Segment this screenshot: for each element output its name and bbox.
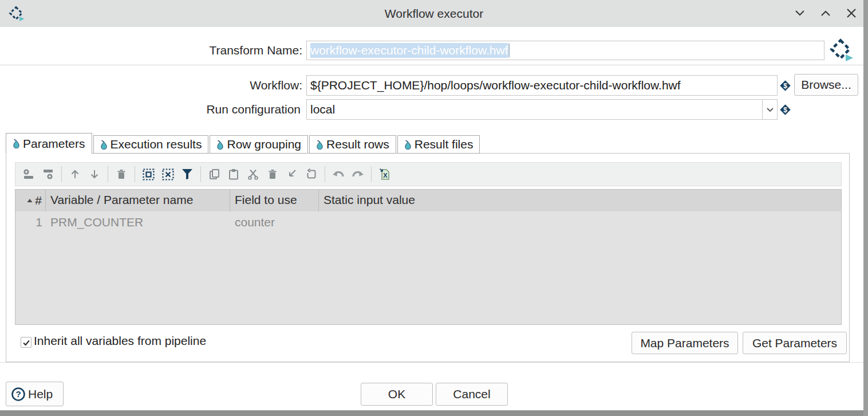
table-row[interactable]: 1 PRM_COUNTER counter: [15, 211, 841, 233]
help-icon: ?: [11, 387, 26, 402]
clear-rows-icon[interactable]: [113, 165, 130, 183]
redo-icon[interactable]: [349, 165, 366, 183]
variable-dollar-icon: $: [779, 80, 791, 94]
workflow-executor-transform-icon: [827, 36, 854, 65]
sort-ascending-icon: [27, 198, 33, 203]
get-parameters-button[interactable]: Get Parameters: [743, 332, 847, 354]
column-header-static-input-value[interactable]: Static input value: [319, 190, 841, 211]
transform-name-label: Transform Name:: [0, 41, 302, 60]
toolbar-separator: [108, 166, 108, 182]
cancel-button[interactable]: Cancel: [436, 383, 508, 406]
hop-drop-icon: [100, 140, 108, 150]
close-button[interactable]: [844, 6, 859, 21]
svg-text:$: $: [783, 82, 787, 90]
insert-row-after-icon[interactable]: [40, 165, 57, 183]
inherit-variables-label[interactable]: Inherit all variables from pipeline: [34, 334, 235, 348]
transform-name-value: workflow-executor-child-workflow.hwf: [310, 43, 508, 58]
hop-drop-icon: [216, 140, 224, 150]
tab-result-files[interactable]: Result files: [397, 135, 480, 154]
toolbar-separator: [135, 166, 135, 182]
help-label: Help: [28, 387, 53, 401]
tab-execution-results[interactable]: Execution results: [93, 135, 209, 154]
table-header: # Variable / Parameter name Field to use…: [15, 190, 841, 211]
undo-icon[interactable]: [330, 165, 347, 183]
tab-label: Parameters: [23, 137, 85, 151]
map-parameters-button[interactable]: Map Parameters: [632, 332, 738, 354]
browse-button[interactable]: Browse...: [794, 74, 858, 96]
parameters-table: # Variable / Parameter name Field to use…: [15, 189, 842, 325]
move-rows-up-icon[interactable]: [66, 165, 84, 183]
run-configuration-dropdown-button[interactable]: [762, 100, 777, 119]
svg-text:?: ?: [15, 389, 21, 399]
workflow-label: Workflow:: [0, 75, 302, 96]
delete-rows-icon[interactable]: [264, 165, 281, 183]
titlebar: Workflow executor: [0, 0, 868, 27]
table-toolbar: X: [15, 162, 842, 186]
check-icon: [22, 339, 30, 347]
filtered-selection-icon[interactable]: [179, 165, 196, 183]
cell-static-input-value[interactable]: [319, 211, 841, 233]
text-caret: [508, 44, 510, 57]
cell-row-number: 1: [15, 211, 46, 233]
run-configuration-combo[interactable]: local: [306, 99, 778, 120]
ok-button[interactable]: OK: [361, 383, 433, 406]
run-configuration-value: local: [310, 103, 335, 116]
column-header-field-to-use[interactable]: Field to use: [230, 190, 319, 211]
tab-label: Row grouping: [227, 138, 301, 151]
tab-result-rows[interactable]: Result rows: [309, 135, 396, 154]
workflow-executor-dialog: Workflow executor Transform Name: workfl…: [0, 0, 868, 416]
export-excel-icon[interactable]: X: [376, 165, 393, 183]
parameters-tab-panel: X # Variable / Parameter name Field to u…: [6, 153, 850, 362]
transform-name-input[interactable]: workflow-executor-child-workflow.hwf: [306, 41, 824, 60]
tab-row-grouping[interactable]: Row grouping: [210, 135, 308, 154]
select-all-rows-icon[interactable]: [140, 165, 157, 183]
toolbar-separator: [371, 166, 372, 182]
tab-label: Result files: [415, 138, 474, 151]
toolbar-separator: [200, 166, 201, 182]
hop-drop-icon: [316, 140, 323, 150]
tab-label: Execution results: [111, 138, 202, 151]
run-configuration-label: Run configuration: [0, 99, 301, 120]
window-bottom-edge: [0, 410, 868, 416]
variable-dollar-icon: $: [779, 104, 791, 118]
column-header-variable-name[interactable]: Variable / Parameter name: [46, 190, 230, 211]
toolbar-separator: [325, 166, 325, 182]
paste-rows-icon[interactable]: [225, 165, 242, 183]
clear-selection-icon[interactable]: [159, 165, 176, 183]
copy-rows-icon[interactable]: [206, 165, 223, 183]
copy-row-to-all-icon[interactable]: [303, 165, 320, 183]
toolbar-separator: [61, 166, 62, 182]
hop-drop-icon: [404, 140, 412, 150]
workflow-filename-value: ${PROJECT_HOME}/hop/loops/workflow-execu…: [310, 79, 681, 92]
help-button[interactable]: ? Help: [6, 382, 64, 406]
tab-label: Result rows: [326, 138, 389, 151]
window-right-edge: [863, 0, 868, 416]
insert-row-before-icon[interactable]: [20, 165, 37, 183]
inherit-variables-checkbox[interactable]: [21, 337, 31, 348]
shade-button[interactable]: [792, 6, 807, 21]
column-header-row-number[interactable]: #: [15, 190, 46, 211]
table-body: 1 PRM_COUNTER counter: [15, 211, 841, 324]
close-icon: [845, 7, 858, 19]
tab-parameters[interactable]: Parameters: [6, 133, 92, 154]
keep-selected-rows-icon[interactable]: [283, 165, 301, 183]
workflow-filename-input[interactable]: ${PROJECT_HOME}/hop/loops/workflow-execu…: [306, 75, 778, 96]
svg-text:X: X: [383, 172, 388, 179]
maximize-button[interactable]: [818, 6, 833, 21]
svg-text:$: $: [783, 106, 787, 114]
cell-variable-name[interactable]: PRM_COUNTER: [46, 211, 230, 233]
chevron-down-icon: [794, 7, 806, 19]
chevron-up-icon: [819, 7, 832, 19]
tab-strip: Parameters Execution results Row groupin…: [6, 132, 481, 154]
divider: [0, 65, 868, 65]
window-title: Workflow executor: [0, 0, 868, 27]
chevron-down-icon: [766, 105, 775, 114]
hop-drop-icon: [13, 139, 20, 148]
cut-rows-icon[interactable]: [244, 165, 262, 183]
cell-field-to-use[interactable]: counter: [230, 211, 319, 233]
divider: [0, 362, 868, 363]
move-rows-down-icon[interactable]: [86, 165, 103, 183]
